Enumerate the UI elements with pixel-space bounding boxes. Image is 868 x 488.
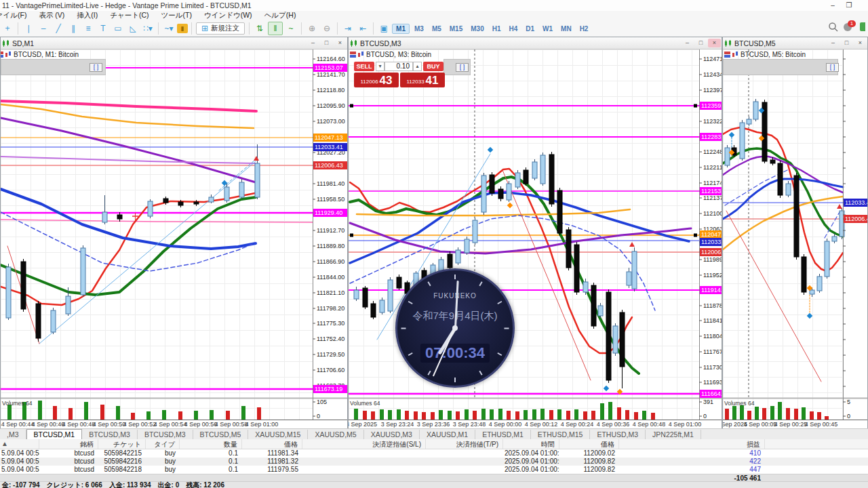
chart-tab-0[interactable]: ,M3: [0, 430, 26, 440]
column-header-3[interactable]: タイプ: [146, 439, 180, 449]
new-order-button[interactable]: ⊞ 新規注文: [196, 22, 245, 35]
timeframe-D1[interactable]: D1: [522, 24, 538, 33]
indicators-icon[interactable]: ~▾: [162, 22, 176, 35]
column-header-1[interactable]: 銘柄: [39, 439, 98, 449]
timeframe-H2[interactable]: H2: [576, 24, 592, 33]
mql5-icon[interactable]: ▮: [177, 24, 188, 33]
line-chart-icon[interactable]: ~: [284, 22, 298, 35]
chart-tab-10[interactable]: ETHUSD,M15: [531, 430, 591, 440]
menu-item-2[interactable]: 挿入(I): [71, 11, 104, 20]
panel-toggle-button[interactable]: [ ]: [456, 63, 469, 72]
vertical-line-icon[interactable]: ∣: [22, 22, 35, 35]
window-close-icon[interactable]: ×: [854, 39, 867, 47]
chart-area-btcusd-m1[interactable]: 112164.60112141.70112118.80112095.901120…: [1, 49, 347, 428]
cell: buy: [146, 458, 180, 466]
volume-down-button[interactable]: ▾: [376, 62, 384, 71]
cell: btcusd: [39, 458, 98, 466]
tick-chart-icon[interactable]: ⇅: [253, 22, 267, 35]
column-header-7[interactable]: 決済指値(T/P): [426, 439, 503, 449]
bar-chart-icon[interactable]: ‖: [268, 22, 283, 35]
chart-window-titlebar[interactable]: BTCUSD,M3‒□×: [349, 37, 722, 49]
chart-window-titlebar[interactable]: SD,M1‒□×: [1, 37, 347, 49]
window-maximize-icon[interactable]: □: [840, 39, 853, 47]
window-close-icon[interactable]: ×: [334, 39, 347, 47]
trade-row-2[interactable]: 5.09.04 00:58:42btcusd5059842218buy0.111…: [0, 466, 868, 474]
chart-shift-icon[interactable]: ⇤: [356, 22, 370, 35]
timeframe-MN[interactable]: MN: [557, 24, 575, 33]
timeframe-M30[interactable]: M30: [467, 24, 487, 33]
menu-item-6[interactable]: ヘルプ(H): [258, 11, 302, 20]
zoom-in-icon[interactable]: ⊕: [305, 22, 319, 35]
window-maximize-icon[interactable]: □: [320, 39, 333, 47]
chart-tab-12[interactable]: JPN225ft,M1: [646, 430, 701, 440]
chart-tab-5[interactable]: XAUUSD,M15: [248, 430, 308, 440]
column-header-8[interactable]: 時間: [503, 439, 559, 449]
search-icon[interactable]: [828, 22, 838, 32]
zoom-out-icon[interactable]: ⊖: [320, 22, 334, 35]
column-header-0[interactable]: ▲: [0, 439, 39, 449]
trade-row-0[interactable]: 5.09.04 00:58:38btcusd5059842215buy0.111…: [0, 449, 868, 458]
chart-tab-2[interactable]: BTCUSD,M3: [82, 430, 138, 440]
shapes-icon[interactable]: ∷▾: [141, 22, 155, 35]
window-maximize-icon[interactable]: □: [694, 39, 707, 47]
menu-item-4[interactable]: ツール(T): [155, 11, 198, 20]
timeframe-M5[interactable]: M5: [429, 24, 445, 33]
chart-tab-4[interactable]: BTCUSD,M5: [193, 430, 249, 440]
window-minimize-icon[interactable]: ‒: [827, 39, 840, 47]
column-header-2[interactable]: チケット: [98, 439, 146, 449]
notifications-icon[interactable]: 1: [844, 22, 854, 32]
column-header-6[interactable]: 決済逆指値(S/L): [302, 439, 426, 449]
menu-item-5[interactable]: ウインドウ(W): [198, 11, 258, 20]
community-icon[interactable]: [860, 22, 865, 31]
panel-toggle-button[interactable]: [ ]: [826, 63, 839, 72]
timeframe-H1[interactable]: H1: [489, 24, 505, 33]
chart-tab-3[interactable]: BTCUSD,M3: [138, 430, 193, 440]
horizontal-line-icon[interactable]: ‒: [37, 22, 50, 35]
column-header-10[interactable]: 損益: [619, 439, 765, 449]
timeframe-M3[interactable]: M3: [411, 24, 427, 33]
window-close-icon[interactable]: ×: [708, 39, 721, 47]
chart-tab-11[interactable]: ETHUSD,M3: [590, 430, 646, 440]
trade-row-1[interactable]: 5.09.04 00:58:40btcusd5059842216buy0.111…: [0, 458, 868, 466]
price-tick: 112095.90: [317, 102, 345, 109]
column-header-9[interactable]: 価格: [559, 439, 619, 449]
text-icon[interactable]: T: [96, 22, 110, 35]
chart-tab-8[interactable]: XAUUSD,M1: [420, 430, 475, 440]
camera-icon[interactable]: ▣: [377, 22, 391, 35]
panel-toggle-button[interactable]: [ ]: [90, 63, 102, 72]
triangle-icon[interactable]: ◺: [126, 22, 140, 35]
chart-window-titlebar[interactable]: BTCUSD,M5‒□×: [723, 37, 867, 49]
buy-button[interactable]: BUY: [423, 62, 443, 71]
column-header-4[interactable]: 数量: [180, 439, 242, 449]
window-minimize-icon[interactable]: ‒: [681, 39, 694, 47]
chart-type-tools: ⇅‖~⊕⊖⇥⇤▣: [246, 22, 391, 35]
rectangle-icon[interactable]: ▭: [111, 22, 125, 35]
chart-area-btcusd-m3[interactable]: 112471.10112434.05112397.00112322.901122…: [349, 49, 722, 428]
channel-icon[interactable]: ∥: [66, 22, 80, 35]
chart-area-btcusd-m5[interactable]: 112033.41112006.4350Volumes 643 Sep 2025…: [723, 49, 867, 428]
minimize-icon[interactable]: –: [826, 1, 840, 10]
chart-tab-9[interactable]: ETHUSD,M1: [475, 430, 531, 440]
sell-price[interactable]: 11200643: [354, 73, 399, 87]
timeframe-W1[interactable]: W1: [539, 24, 556, 33]
column-header-5[interactable]: 価格: [242, 439, 302, 449]
buy-price[interactable]: 11203341: [400, 73, 445, 87]
volume-input[interactable]: 0.10: [384, 62, 413, 71]
chart-tab-1[interactable]: BTCUSD,M1: [26, 429, 83, 440]
chart-tab-6[interactable]: XAUUSD,M5: [308, 430, 363, 440]
trendline-icon[interactable]: ╱: [52, 22, 65, 35]
window-minimize-icon[interactable]: ‒: [307, 39, 319, 47]
menu-item-0[interactable]: ファイル(F): [0, 11, 33, 20]
chart-tab-7[interactable]: XAUUSD,M3: [364, 430, 420, 440]
timeframe-M15[interactable]: M15: [446, 24, 466, 33]
menu-item-3[interactable]: チャート(C): [104, 11, 155, 20]
andrews-pitchfork-icon[interactable]: ≡: [81, 22, 95, 35]
auto-scroll-icon[interactable]: ⇥: [341, 22, 355, 35]
menu-item-1[interactable]: 表示 (V): [33, 11, 71, 20]
crosshair-icon[interactable]: +: [1, 22, 14, 35]
sell-button[interactable]: SELL: [354, 62, 374, 71]
timeframe-H4[interactable]: H4: [505, 24, 521, 33]
timeframe-M1[interactable]: M1: [392, 24, 410, 34]
volume-up-button[interactable]: ▴: [413, 62, 422, 71]
restore-icon[interactable]: ❐: [842, 1, 856, 10]
